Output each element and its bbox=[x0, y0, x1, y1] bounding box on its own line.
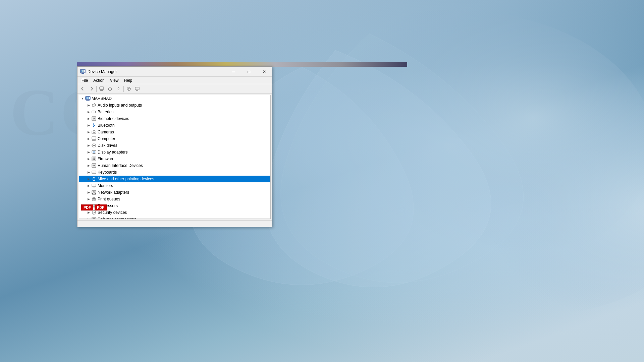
svg-rect-16 bbox=[87, 100, 89, 101]
tree-item-processors[interactable]: ▶ Processors bbox=[79, 202, 270, 209]
item-label: Computer bbox=[98, 136, 115, 141]
svg-rect-22 bbox=[95, 112, 96, 113]
toolbar-help[interactable]: ? bbox=[114, 85, 122, 93]
taskbar-bottom: PDF PDF bbox=[81, 204, 107, 210]
svg-rect-30 bbox=[93, 140, 95, 140]
expander[interactable]: ▶ bbox=[86, 176, 91, 182]
tree-item-bluetooth[interactable]: ▶ Bluetooth bbox=[79, 122, 270, 129]
tree-item-security[interactable]: ▶ Security devices bbox=[79, 209, 270, 216]
svg-point-28 bbox=[93, 132, 95, 133]
item-label: Security devices bbox=[98, 210, 127, 215]
expander[interactable]: ▶ bbox=[86, 156, 91, 162]
device-tree[interactable]: ▼ MAHSHAD ▶ Audio inputs bbox=[79, 95, 271, 219]
tree-item-biometric[interactable]: ▶ Biometric devices bbox=[79, 115, 270, 122]
svg-rect-43 bbox=[94, 159, 95, 160]
tree-item-print[interactable]: ▶ Print queues bbox=[79, 196, 270, 202]
camera-icon bbox=[91, 129, 97, 135]
minimize-button[interactable]: ─ bbox=[226, 67, 241, 77]
expander[interactable]: ▶ bbox=[86, 190, 91, 195]
expander[interactable]: ▶ bbox=[86, 196, 91, 202]
menu-action[interactable]: Action bbox=[91, 77, 107, 83]
expander[interactable]: ▶ bbox=[86, 116, 91, 121]
tree-item-firmware[interactable]: ▶ Firmware bbox=[79, 156, 270, 162]
toolbar-properties[interactable]: i bbox=[106, 85, 114, 93]
title-bar-buttons: ─ □ ✕ bbox=[226, 67, 272, 77]
svg-rect-18 bbox=[86, 97, 88, 99]
svg-rect-41 bbox=[94, 158, 95, 159]
root-expander[interactable]: ▼ bbox=[80, 96, 85, 101]
expander[interactable]: ▶ bbox=[86, 163, 91, 168]
toolbar-forward[interactable] bbox=[87, 85, 95, 93]
tree-item-computer[interactable]: ▶ Computer bbox=[79, 135, 270, 142]
pdf-button-1[interactable]: PDF bbox=[81, 204, 93, 210]
window-title: Device Manager bbox=[88, 69, 117, 74]
expander[interactable]: ▶ bbox=[86, 143, 91, 148]
item-label: Bluetooth bbox=[98, 123, 115, 128]
pdf-button-2[interactable]: PDF bbox=[95, 204, 107, 210]
toolbar-back[interactable] bbox=[79, 85, 87, 93]
expander[interactable]: ▶ bbox=[86, 170, 91, 175]
svg-rect-27 bbox=[92, 131, 96, 134]
expander[interactable]: ▶ bbox=[86, 103, 91, 108]
expander[interactable]: ▶ bbox=[86, 123, 91, 128]
close-button[interactable]: ✕ bbox=[257, 67, 272, 77]
menu-view[interactable]: View bbox=[107, 77, 121, 83]
item-label: Network adapters bbox=[98, 190, 129, 195]
expander[interactable]: ▶ bbox=[86, 149, 91, 155]
tree-root[interactable]: ▼ MAHSHAD bbox=[79, 95, 270, 102]
audio-icon bbox=[91, 103, 97, 108]
svg-text:?: ? bbox=[117, 87, 119, 91]
tree-item-batteries[interactable]: ▶ Batteries bbox=[79, 109, 270, 115]
root-icon bbox=[85, 96, 91, 101]
svg-rect-76 bbox=[92, 217, 96, 219]
sw-components-icon bbox=[91, 217, 97, 219]
window-icon bbox=[80, 69, 86, 74]
expander[interactable]: ▶ bbox=[86, 210, 91, 215]
tree-item-display[interactable]: ▶ Display adapters bbox=[79, 149, 270, 156]
toolbar-computer[interactable] bbox=[98, 85, 106, 93]
svg-rect-66 bbox=[93, 200, 95, 201]
network-icon bbox=[91, 190, 97, 195]
tree-item-keyboards[interactable]: ▶ Keyboards bbox=[79, 169, 270, 176]
svg-rect-4 bbox=[81, 74, 85, 74]
menu-file[interactable]: File bbox=[79, 77, 91, 83]
menu-help[interactable]: Help bbox=[121, 77, 135, 83]
print-icon bbox=[91, 196, 97, 202]
svg-rect-7 bbox=[100, 87, 104, 89]
item-label: Keyboards bbox=[98, 170, 117, 175]
tree-item-cameras[interactable]: ▶ Cameras bbox=[79, 129, 270, 135]
tree-item-monitors[interactable]: ▶ Monitors bbox=[79, 182, 270, 189]
tree-item-audio[interactable]: ▶ Audio inputs and outputs bbox=[79, 102, 270, 109]
toolbar-scan[interactable] bbox=[125, 85, 133, 93]
status-bar bbox=[77, 220, 272, 227]
expander[interactable]: ▶ bbox=[86, 129, 91, 135]
keyboard-icon bbox=[91, 170, 97, 175]
tree-item-disk[interactable]: ▶ Disk drives bbox=[79, 142, 270, 149]
svg-rect-37 bbox=[93, 154, 95, 154]
svg-rect-40 bbox=[93, 158, 94, 159]
tree-item-hid[interactable]: ▶ Human Interface Devices bbox=[79, 162, 270, 169]
taskbar-top-bar bbox=[77, 62, 407, 67]
expander[interactable]: ▶ bbox=[86, 217, 91, 219]
svg-rect-31 bbox=[92, 140, 96, 141]
computer-icon bbox=[91, 136, 97, 141]
svg-rect-17 bbox=[86, 101, 90, 101]
item-label: Firmware bbox=[98, 157, 114, 161]
svg-rect-13 bbox=[135, 87, 139, 90]
item-label: Audio inputs and outputs bbox=[98, 103, 142, 108]
tree-item-network[interactable]: ▶ Network adapters bbox=[79, 189, 270, 196]
display-icon bbox=[91, 149, 97, 155]
svg-text:i: i bbox=[110, 88, 110, 91]
svg-rect-19 bbox=[88, 97, 89, 99]
tree-item-mice[interactable]: ▶ Mice and other pointing devices bbox=[79, 176, 270, 182]
svg-rect-44 bbox=[92, 164, 96, 168]
maximize-button[interactable]: □ bbox=[241, 67, 257, 77]
toolbar: i ? bbox=[77, 84, 272, 94]
expander[interactable]: ▶ bbox=[86, 136, 91, 141]
svg-rect-48 bbox=[93, 172, 93, 172]
item-label: Print queues bbox=[98, 197, 120, 201]
tree-item-software-components[interactable]: ▶ Software components bbox=[79, 216, 270, 219]
expander[interactable]: ▶ bbox=[86, 183, 91, 188]
expander[interactable]: ▶ bbox=[86, 109, 91, 115]
toolbar-display[interactable] bbox=[133, 85, 141, 93]
